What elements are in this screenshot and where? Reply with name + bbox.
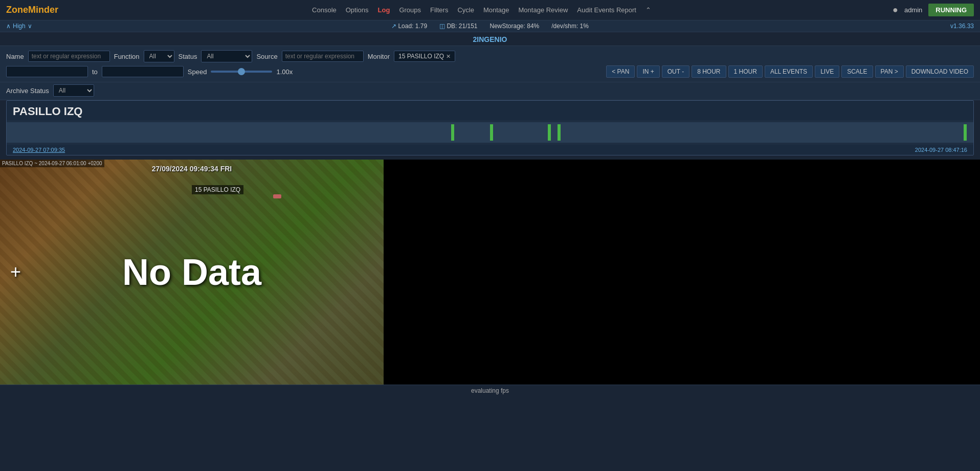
load-icon: ↗	[391, 23, 396, 30]
cam-info: PASILLO IZQ ~ 2024-09-27 06:01:00 +0200	[0, 160, 104, 167]
timeline-event[interactable]	[490, 124, 493, 141]
storage-stat: NewStorage: 84%	[490, 23, 540, 30]
video-timestamp: 27/09/2024 09:49:34 FRI	[152, 165, 232, 173]
timeline-camera-name: PASILLO IZQ	[13, 105, 82, 118]
monitor-tag-label: 15 PASILLO IZQ	[398, 53, 444, 60]
filter-row2: 2024-09-27 07:47:16 to 2024-09-27 08:47:…	[6, 65, 974, 78]
datetime-to[interactable]: 2024-09-27 08:47:16	[102, 66, 184, 77]
nav-montage[interactable]: Montage	[483, 6, 509, 14]
scale-button[interactable]: SCALE	[841, 65, 873, 78]
speed-slider[interactable]	[211, 71, 272, 73]
name-input[interactable]	[28, 51, 110, 62]
video-area: PASILLO IZQ ~ 2024-09-27 06:01:00 +0200 …	[0, 160, 980, 385]
filter-area: Name Function All Status All Source Moni…	[0, 46, 980, 82]
nav-options[interactable]: Options	[346, 6, 369, 14]
add-button[interactable]: +	[10, 261, 21, 283]
all-events-button[interactable]: ALL EVENTS	[765, 65, 813, 78]
admin-icon: ●	[893, 5, 898, 15]
one-hour-button[interactable]: 1 HOUR	[728, 65, 763, 78]
load-stat: ↗ Load: 1.79	[391, 23, 427, 30]
admin-label: admin	[904, 6, 922, 14]
timeline-header: PASILLO IZQ	[7, 101, 973, 120]
status-label: Status	[179, 53, 197, 60]
live-button[interactable]: LIVE	[815, 65, 839, 78]
nav-montage-review[interactable]: Montage Review	[519, 6, 568, 14]
zoom-out-button[interactable]: OUT -	[662, 65, 689, 78]
page-title: 2INGENIO	[0, 32, 980, 46]
archive-row: Archive Status All	[0, 82, 980, 100]
name-label: Name	[6, 53, 24, 60]
video-left: PASILLO IZQ ~ 2024-09-27 06:01:00 +0200 …	[0, 160, 384, 385]
pan-right-button[interactable]: PAN >	[875, 65, 904, 78]
cam-label: 15 PASILLO IZQ	[192, 185, 243, 194]
wifi-icon: ∧	[6, 23, 11, 30]
action-buttons: < PAN IN + OUT - 8 HOUR 1 HOUR ALL EVENT…	[606, 65, 974, 78]
function-select[interactable]: All	[144, 50, 174, 62]
status-text: evaluating fps	[471, 387, 509, 394]
shm-stat: /dev/shm: 1%	[551, 23, 589, 30]
nav-log[interactable]: Log	[378, 6, 390, 14]
nav-audit-events[interactable]: Audit Events Report	[577, 6, 636, 14]
timeline-footer: 2024-09-27 07:09:35 2024-09-27 08:47:16	[7, 145, 973, 155]
timeline-event[interactable]	[451, 124, 454, 141]
function-label: Function	[114, 53, 140, 60]
to-label: to	[92, 68, 98, 76]
source-input[interactable]	[282, 51, 364, 62]
camera-feed: PASILLO IZQ ~ 2024-09-27 06:01:00 +0200 …	[0, 160, 384, 385]
timeline-event[interactable]	[558, 124, 561, 141]
pan-left-button[interactable]: < PAN	[606, 65, 635, 78]
zoom-in-button[interactable]: IN +	[637, 65, 659, 78]
timeline-event[interactable]	[964, 124, 967, 141]
topnav: ZoneMinder Console Options Log Groups Fi…	[0, 0, 980, 20]
timeline-area[interactable]: PASILLO IZQ 2024-09-27 07:09:35 2024-09-…	[6, 100, 974, 155]
chevron-down-icon: ∨	[28, 23, 32, 30]
monitor-tag-close[interactable]: ✕	[446, 53, 451, 60]
archive-select[interactable]: All	[53, 84, 94, 97]
status-select[interactable]: All	[201, 50, 252, 62]
archive-label: Archive Status	[6, 87, 49, 95]
nav-links: Console Options Log Groups Filters Cycle…	[71, 6, 893, 14]
speed-label: Speed	[188, 68, 207, 76]
nav-cycle[interactable]: Cycle	[457, 6, 474, 14]
bottom-status: evaluating fps	[0, 385, 980, 396]
no-data-overlay: No Data	[122, 251, 261, 293]
datetime-from[interactable]: 2024-09-27 07:47:16	[6, 66, 88, 77]
nav-right: ● admin RUNNING	[893, 4, 974, 16]
filter-row1: Name Function All Status All Source Moni…	[6, 50, 974, 62]
speed-value: 1.00x	[276, 68, 293, 76]
monitor-tag: 15 PASILLO IZQ ✕	[394, 51, 455, 62]
timeline-event[interactable]	[548, 124, 551, 141]
video-right	[384, 160, 980, 385]
timeline-end-time: 2024-09-27 08:47:16	[915, 147, 967, 153]
timeline-start-time: 2024-09-27 07:09:35	[13, 147, 65, 153]
nav-filters[interactable]: Filters	[430, 6, 448, 14]
nav-console[interactable]: Console	[312, 6, 337, 14]
source-label: Source	[256, 53, 277, 60]
statsbar: ∧ High ∨ ↗ Load: 1.79 ◫ DB: 21/151 NewSt…	[0, 20, 980, 32]
nav-groups[interactable]: Groups	[399, 6, 421, 14]
download-video-button[interactable]: DOWNLOAD VIDEO	[906, 65, 974, 78]
timeline-bar[interactable]	[7, 122, 973, 143]
db-icon: ◫	[439, 23, 445, 30]
eight-hour-button[interactable]: 8 HOUR	[692, 65, 726, 78]
brand-logo: ZoneMinder	[6, 5, 58, 15]
running-button[interactable]: RUNNING	[928, 4, 974, 16]
version-label: v1.36.33	[950, 23, 974, 30]
db-stat: ◫ DB: 21/151	[439, 23, 477, 30]
nav-expand-icon[interactable]: ⌃	[645, 6, 651, 14]
monitor-label: Monitor	[368, 53, 390, 60]
high-button[interactable]: ∧ High ∨	[6, 23, 32, 30]
